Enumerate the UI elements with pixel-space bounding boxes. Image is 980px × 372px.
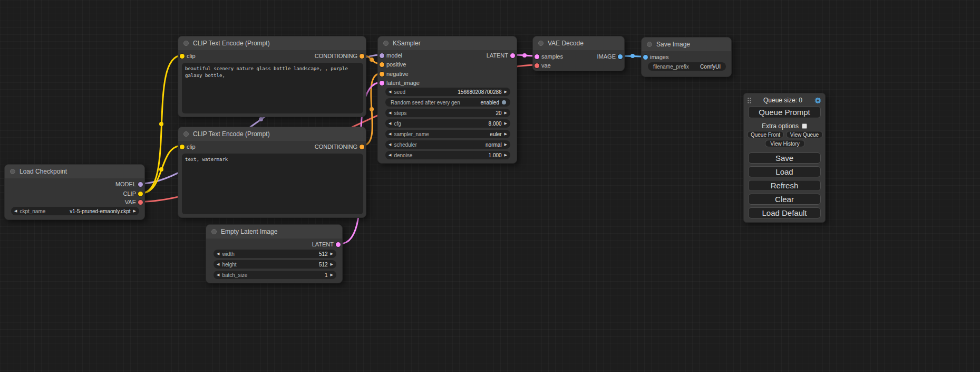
output-port-vae[interactable] bbox=[138, 200, 143, 205]
node-vae-decode[interactable]: VAE Decode samples vae IMAGE bbox=[532, 36, 625, 71]
decrement-arrow-icon[interactable]: ◀ bbox=[217, 252, 219, 256]
input-label-clip: clip bbox=[187, 51, 196, 61]
decrement-arrow-icon[interactable]: ◀ bbox=[389, 153, 391, 157]
output-port-latent[interactable] bbox=[510, 53, 515, 58]
increment-arrow-icon[interactable]: ▶ bbox=[331, 262, 333, 266]
load-button[interactable]: Load bbox=[748, 166, 821, 177]
output-label-vae: VAE bbox=[125, 197, 136, 207]
decrement-arrow-icon[interactable]: ◀ bbox=[389, 121, 391, 126]
increment-arrow-icon[interactable]: ▶ bbox=[504, 121, 507, 126]
widget-batch-size[interactable]: ◀ batch_size 1 ▶ bbox=[214, 271, 336, 279]
input-port-latent-image[interactable] bbox=[380, 81, 384, 85]
output-port-image[interactable] bbox=[618, 54, 623, 59]
widget-steps[interactable]: ◀ steps 20 ▶ bbox=[385, 109, 510, 117]
decrement-arrow-icon[interactable]: ◀ bbox=[389, 111, 391, 115]
widget-ckpt-name[interactable]: ◀ ckpt_name v1-5-pruned-emaonly.ckpt ▶ bbox=[11, 207, 139, 215]
prompt-textarea[interactable]: text, watermark bbox=[182, 154, 363, 214]
input-port-clip[interactable] bbox=[180, 145, 185, 149]
input-port-clip[interactable] bbox=[180, 54, 185, 59]
widget-seed[interactable]: ◀ seed 156680208700286 ▶ bbox=[385, 88, 510, 96]
widget-value: 156680208700286 bbox=[458, 89, 501, 95]
queue-front-button[interactable]: Queue Front bbox=[747, 131, 784, 138]
node-header[interactable]: KSampler bbox=[378, 36, 517, 50]
node-clip-text-encode-negative[interactable]: CLIP Text Encode (Prompt) clip CONDITION… bbox=[178, 127, 366, 218]
toggle-dot-icon[interactable] bbox=[502, 100, 506, 104]
widget-filename-prefix[interactable]: filename_prefix ComfyUI bbox=[648, 62, 726, 71]
view-queue-button[interactable]: View Queue bbox=[786, 131, 823, 138]
queue-prompt-button[interactable]: Queue Prompt bbox=[748, 106, 821, 118]
widget-height[interactable]: ◀ height 512 ▶ bbox=[214, 260, 336, 269]
save-button[interactable]: Save bbox=[748, 152, 821, 164]
collapse-dot[interactable] bbox=[10, 169, 15, 174]
decrement-arrow-icon[interactable]: ◀ bbox=[389, 132, 391, 136]
widget-denoise[interactable]: ◀ denoise 1.000 ▶ bbox=[385, 151, 510, 159]
view-history-button[interactable]: View History bbox=[765, 140, 805, 147]
collapse-dot[interactable] bbox=[183, 41, 189, 46]
refresh-button[interactable]: Refresh bbox=[748, 180, 821, 191]
increment-arrow-icon[interactable]: ▶ bbox=[504, 142, 507, 147]
widget-value: euler bbox=[490, 131, 501, 137]
input-label-samples: samples bbox=[541, 52, 563, 61]
node-load-checkpoint[interactable]: Load Checkpoint MODEL CLIP VAE ◀ ckpt_na… bbox=[4, 164, 145, 220]
clear-button[interactable]: Clear bbox=[748, 194, 821, 205]
input-port-images[interactable] bbox=[643, 55, 648, 60]
node-header[interactable]: Empty Latent Image bbox=[206, 225, 342, 239]
increment-arrow-icon[interactable]: ▶ bbox=[133, 209, 136, 213]
collapse-dot[interactable] bbox=[647, 42, 652, 47]
widget-sampler-name[interactable]: ◀ sampler_name euler ▶ bbox=[385, 130, 510, 138]
output-port-conditioning[interactable] bbox=[360, 54, 364, 59]
increment-arrow-icon[interactable]: ▶ bbox=[504, 153, 507, 157]
widget-value: 20 bbox=[496, 110, 501, 116]
settings-gear-icon[interactable] bbox=[814, 97, 822, 104]
increment-arrow-icon[interactable]: ▶ bbox=[331, 273, 333, 277]
increment-arrow-icon[interactable]: ▶ bbox=[331, 252, 333, 256]
decrement-arrow-icon[interactable]: ◀ bbox=[389, 90, 391, 94]
increment-arrow-icon[interactable]: ▶ bbox=[504, 111, 507, 115]
output-port-conditioning[interactable] bbox=[360, 145, 364, 149]
widget-scheduler[interactable]: ◀ scheduler normal ▶ bbox=[385, 140, 510, 149]
drag-handle-icon[interactable] bbox=[747, 97, 752, 104]
node-ksampler[interactable]: KSampler model positive negative latent_… bbox=[377, 36, 517, 164]
increment-arrow-icon[interactable]: ▶ bbox=[504, 132, 507, 136]
input-port-vae[interactable] bbox=[535, 63, 539, 68]
input-label-clip: clip bbox=[187, 142, 196, 151]
widget-width[interactable]: ◀ width 512 ▶ bbox=[214, 250, 336, 258]
input-port-samples[interactable] bbox=[535, 54, 539, 59]
extra-options-checkbox[interactable] bbox=[802, 123, 807, 129]
decrement-arrow-icon[interactable]: ◀ bbox=[14, 209, 17, 213]
decrement-arrow-icon[interactable]: ◀ bbox=[217, 262, 219, 266]
output-port-clip[interactable] bbox=[138, 192, 143, 196]
node-save-image[interactable]: Save Image images filename_prefix ComfyU… bbox=[641, 37, 732, 77]
node-clip-text-encode-positive[interactable]: CLIP Text Encode (Prompt) clip CONDITION… bbox=[178, 36, 366, 117]
output-port-latent[interactable] bbox=[336, 242, 341, 247]
node-header[interactable]: VAE Decode bbox=[533, 36, 624, 50]
node-header[interactable]: Save Image bbox=[642, 37, 731, 51]
widget-random-seed-toggle[interactable]: Random seed after every gen enabled bbox=[385, 98, 510, 107]
input-label-model: model bbox=[386, 51, 402, 60]
input-port-model[interactable] bbox=[380, 53, 384, 58]
node-header[interactable]: CLIP Text Encode (Prompt) bbox=[178, 127, 366, 141]
node-header[interactable]: Load Checkpoint bbox=[5, 165, 144, 178]
widget-cfg[interactable]: ◀ cfg 8.000 ▶ bbox=[385, 119, 510, 128]
increment-arrow-icon[interactable]: ▶ bbox=[504, 90, 507, 94]
link-midpoint-dot bbox=[159, 122, 163, 126]
collapse-dot[interactable] bbox=[383, 41, 389, 46]
decrement-arrow-icon[interactable]: ◀ bbox=[389, 142, 391, 147]
output-label-latent: LATENT bbox=[312, 240, 334, 249]
canvas[interactable]: Load Checkpoint MODEL CLIP VAE ◀ ckpt_na… bbox=[0, 0, 980, 372]
decrement-arrow-icon[interactable]: ◀ bbox=[217, 273, 219, 277]
input-port-negative[interactable] bbox=[380, 72, 384, 77]
node-empty-latent-image[interactable]: Empty Latent Image LATENT ◀ width 512 ▶ … bbox=[206, 224, 343, 283]
prompt-textarea[interactable]: beautiful scenery nature glass bottle la… bbox=[182, 63, 363, 113]
collapse-dot[interactable] bbox=[211, 229, 217, 234]
node-title: Save Image bbox=[656, 41, 690, 48]
collapse-dot[interactable] bbox=[183, 131, 189, 137]
input-port-positive[interactable] bbox=[380, 62, 384, 67]
collapse-dot[interactable] bbox=[538, 41, 544, 46]
load-default-button[interactable]: Load Default bbox=[748, 207, 821, 218]
output-label-conditioning: CONDITIONING bbox=[315, 142, 357, 151]
node-header[interactable]: CLIP Text Encode (Prompt) bbox=[178, 36, 366, 50]
output-port-model[interactable] bbox=[138, 182, 143, 187]
input-label-images: images bbox=[650, 52, 668, 62]
node-title: VAE Decode bbox=[548, 40, 584, 47]
